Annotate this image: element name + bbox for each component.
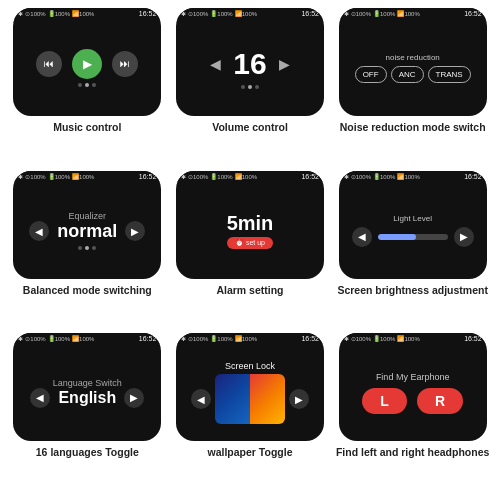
language-row: ◀ English ▶ — [30, 388, 144, 408]
bluetooth-icon-la: ✱ — [18, 335, 23, 342]
find-title: Find My Earphone — [376, 372, 450, 382]
noise-content: noise reduction OFF ANC TRANS — [339, 19, 487, 116]
time-display: 16:52 — [139, 10, 157, 17]
dot-v1 — [241, 85, 245, 89]
dot-eq2 — [85, 246, 89, 250]
eq-prev-button[interactable]: ◀ — [29, 221, 49, 241]
play-button[interactable]: ▶ — [72, 49, 102, 79]
time-display-fi: 16:52 — [464, 335, 482, 342]
volume-row: ◀ 16 ▶ — [210, 47, 289, 81]
wallpaper-right — [250, 374, 285, 424]
watch-screen-music: ✱ ⊙100% 🔋100% 📶100% 16:52 ⏮ ▶ ⏭ — [13, 8, 161, 116]
volume-down-button[interactable]: ◀ — [210, 56, 221, 72]
bluetooth-icon-br: ✱ — [344, 173, 349, 180]
wallpaper-left — [215, 374, 250, 424]
volume-up-button[interactable]: ▶ — [279, 56, 290, 72]
brightness-content: Light Level ◀ ▶ — [339, 182, 487, 279]
clock-icon: ⏰ — [235, 239, 244, 247]
bluetooth-icon-wp: ✱ — [181, 335, 186, 342]
alarm-setup-button[interactable]: ⏰ set up — [227, 237, 273, 249]
watch-screen-find: ✱ ⊙100% 🔋100% 📶100% 16:52 Find My Earpho… — [339, 333, 487, 441]
brightness-bar — [378, 234, 448, 240]
watch-screen-noise: ✱ ⊙100% 🔋100% 📶100% 16:52 noise reductio… — [339, 8, 487, 116]
cell-alarm: ✱ ⊙100% 🔋100% 📶100% 16:52 5min ⏰ set up … — [171, 171, 330, 330]
cell-language: ✱ ⊙100% 🔋100% 📶100% 16:52 Language Switc… — [8, 333, 167, 492]
volume-content: ◀ 16 ▶ — [176, 19, 324, 116]
bluetooth-icon-eq: ✱ — [18, 173, 23, 180]
brightness-up-button[interactable]: ▶ — [454, 227, 474, 247]
brightness-row: ◀ ▶ — [352, 227, 474, 247]
time-display-n: 16:52 — [464, 10, 482, 17]
time-display-al: 16:52 — [301, 173, 319, 180]
eq-title: Equalizer — [69, 211, 107, 221]
status-bar-wallpaper: ✱ ⊙100% 🔋100% 📶100% 16:52 — [176, 333, 324, 344]
main-grid: ✱ ⊙100% 🔋100% 📶100% 16:52 ⏮ ▶ ⏭ — [0, 0, 500, 500]
music-content: ⏮ ▶ ⏭ — [13, 19, 161, 116]
status-bar-lang: ✱ ⊙100% 🔋100% 📶100% 16:52 — [13, 333, 161, 344]
bluetooth-icon: ✱ — [18, 10, 23, 17]
cell-label-volume: Volume control — [212, 121, 288, 135]
brightness-down-button[interactable]: ◀ — [352, 227, 372, 247]
cell-volume-control: ✱ ⊙100% 🔋100% 📶100% 16:52 ◀ 16 ▶ — [171, 8, 330, 167]
wallpaper-content: Screen Lock ◀ ▶ — [176, 344, 324, 441]
language-content: Language Switch ◀ English ▶ — [13, 344, 161, 441]
dot-v2 — [248, 85, 252, 89]
lang-next-button[interactable]: ▶ — [124, 388, 144, 408]
language-title: Language Switch — [53, 378, 122, 388]
screen-lock-title: Screen Lock — [225, 361, 275, 371]
cell-label-alarm: Alarm setting — [216, 284, 283, 298]
wallpaper-prev-button[interactable]: ◀ — [191, 389, 211, 409]
page-dots — [78, 83, 96, 87]
noise-anc-button[interactable]: ANC — [391, 66, 424, 83]
cell-label-eq: Balanced mode switching — [23, 284, 152, 298]
time-display-eq: 16:52 — [139, 173, 157, 180]
dot-eq1 — [78, 246, 82, 250]
brightness-fill — [378, 234, 417, 240]
noise-title: noise reduction — [386, 53, 440, 62]
find-right-button[interactable]: R — [417, 388, 463, 414]
cell-music-control: ✱ ⊙100% 🔋100% 📶100% 16:52 ⏮ ▶ ⏭ — [8, 8, 167, 167]
cell-label-find: Find left and right headphones — [336, 446, 489, 460]
bluetooth-icon-fi: ✱ — [344, 335, 349, 342]
next-button[interactable]: ⏭ — [112, 51, 138, 77]
cell-label-brightness: Screen brightness adjustment — [337, 284, 488, 298]
watch-screen-volume: ✱ ⊙100% 🔋100% 📶100% 16:52 ◀ 16 ▶ — [176, 8, 324, 116]
status-bar-noise: ✱ ⊙100% 🔋100% 📶100% 16:52 — [339, 8, 487, 19]
time-display-br: 16:52 — [464, 173, 482, 180]
prev-button[interactable]: ⏮ — [36, 51, 62, 77]
language-value: English — [58, 389, 116, 407]
cell-find-earphone: ✱ ⊙100% 🔋100% 📶100% 16:52 Find My Earpho… — [333, 333, 492, 492]
watch-screen-alarm: ✱ ⊙100% 🔋100% 📶100% 16:52 5min ⏰ set up — [176, 171, 324, 279]
wallpaper-row: ◀ ▶ — [191, 374, 309, 424]
watch-screen-lang: ✱ ⊙100% 🔋100% 📶100% 16:52 Language Switc… — [13, 333, 161, 441]
cell-brightness: ✱ ⊙100% 🔋100% 📶100% 16:52 Light Level ◀ … — [333, 171, 492, 330]
find-left-button[interactable]: L — [362, 388, 407, 414]
lang-prev-button[interactable]: ◀ — [30, 388, 50, 408]
watch-screen-wallpaper: ✱ ⊙100% 🔋100% 📶100% 16:52 Screen Lock ◀ … — [176, 333, 324, 441]
status-bar-music: ✱ ⊙100% 🔋100% 📶100% 16:52 — [13, 8, 161, 19]
status-bar-alarm: ✱ ⊙100% 🔋100% 📶100% 16:52 — [176, 171, 324, 182]
cell-label-noise: Noise reduction mode switch — [340, 121, 486, 135]
find-buttons: L R — [362, 388, 463, 414]
dot-1 — [78, 83, 82, 87]
eq-next-button[interactable]: ▶ — [125, 221, 145, 241]
noise-trans-button[interactable]: TRANS — [428, 66, 471, 83]
find-content: Find My Earphone L R — [339, 344, 487, 441]
cell-equalizer: ✱ ⊙100% 🔋100% 📶100% 16:52 Equalizer ◀ no… — [8, 171, 167, 330]
alarm-content: 5min ⏰ set up — [176, 182, 324, 279]
noise-off-button[interactable]: OFF — [355, 66, 387, 83]
dot-3 — [92, 83, 96, 87]
status-bar-volume: ✱ ⊙100% 🔋100% 📶100% 16:52 — [176, 8, 324, 19]
cell-label-music: Music control — [53, 121, 121, 135]
bluetooth-icon-al: ✱ — [181, 173, 186, 180]
watch-screen-bright: ✱ ⊙100% 🔋100% 📶100% 16:52 Light Level ◀ … — [339, 171, 487, 279]
cell-label-language: 16 languages Toggle — [36, 446, 139, 460]
dot-2 — [85, 83, 89, 87]
brightness-title: Light Level — [393, 214, 432, 223]
wallpaper-preview — [215, 374, 285, 424]
wallpaper-next-button[interactable]: ▶ — [289, 389, 309, 409]
cell-noise-reduction: ✱ ⊙100% 🔋100% 📶100% 16:52 noise reductio… — [333, 8, 492, 167]
time-display-la: 16:52 — [139, 335, 157, 342]
status-bar-eq: ✱ ⊙100% 🔋100% 📶100% 16:52 — [13, 171, 161, 182]
volume-value: 16 — [233, 47, 266, 81]
